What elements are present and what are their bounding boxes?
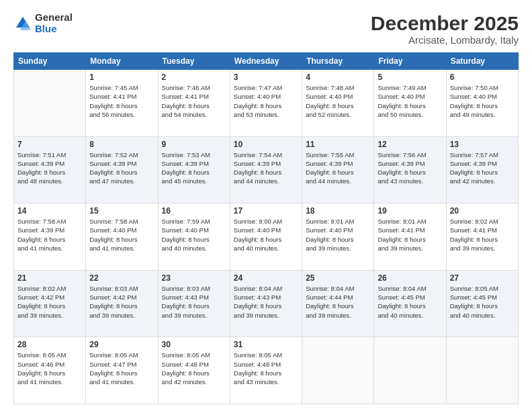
- table-row: 3Sunrise: 7:47 AMSunset: 4:40 PMDaylight…: [230, 70, 302, 137]
- day-info: Sunrise: 8:05 AMSunset: 4:45 PMDaylight:…: [450, 284, 515, 320]
- logo-general: General: [35, 12, 73, 24]
- table-row: [302, 337, 374, 404]
- calendar-week-row: 28Sunrise: 8:05 AMSunset: 4:46 PMDayligh…: [14, 337, 519, 404]
- calendar-week-row: 7Sunrise: 7:51 AMSunset: 4:39 PMDaylight…: [14, 136, 519, 203]
- day-info: Sunrise: 8:01 AMSunset: 4:40 PMDaylight:…: [306, 217, 370, 253]
- day-number: 31: [234, 340, 298, 349]
- table-row: 26Sunrise: 8:04 AMSunset: 4:45 PMDayligh…: [374, 270, 446, 337]
- col-monday: Monday: [86, 53, 158, 70]
- day-info: Sunrise: 7:51 AMSunset: 4:39 PMDaylight:…: [17, 150, 82, 186]
- day-info: Sunrise: 8:05 AMSunset: 4:47 PMDaylight:…: [89, 351, 154, 386]
- day-info: Sunrise: 7:48 AMSunset: 4:40 PMDaylight:…: [306, 83, 370, 119]
- day-number: 23: [162, 273, 226, 283]
- day-number: 30: [162, 340, 226, 349]
- table-row: 16Sunrise: 7:59 AMSunset: 4:40 PMDayligh…: [158, 203, 230, 271]
- col-thursday: Thursday: [302, 53, 374, 70]
- table-row: 30Sunrise: 8:05 AMSunset: 4:48 PMDayligh…: [158, 337, 230, 404]
- col-saturday: Saturday: [446, 53, 518, 70]
- table-row: 9Sunrise: 7:53 AMSunset: 4:39 PMDaylight…: [158, 136, 230, 203]
- day-number: 9: [162, 140, 226, 149]
- day-info: Sunrise: 7:55 AMSunset: 4:39 PMDaylight:…: [306, 150, 370, 186]
- day-number: 20: [450, 206, 515, 216]
- day-info: Sunrise: 8:04 AMSunset: 4:43 PMDaylight:…: [234, 284, 298, 320]
- day-info: Sunrise: 7:52 AMSunset: 4:39 PMDaylight:…: [89, 150, 154, 186]
- table-row: 17Sunrise: 8:00 AMSunset: 4:40 PMDayligh…: [230, 203, 302, 271]
- table-row: 2Sunrise: 7:46 AMSunset: 4:41 PMDaylight…: [158, 70, 230, 137]
- table-row: 14Sunrise: 7:58 AMSunset: 4:39 PMDayligh…: [14, 203, 86, 271]
- table-row: 25Sunrise: 8:04 AMSunset: 4:44 PMDayligh…: [302, 270, 374, 337]
- table-row: 21Sunrise: 8:02 AMSunset: 4:42 PMDayligh…: [14, 270, 86, 337]
- day-info: Sunrise: 7:47 AMSunset: 4:40 PMDaylight:…: [234, 83, 298, 119]
- day-info: Sunrise: 8:05 AMSunset: 4:48 PMDaylight:…: [234, 351, 298, 386]
- table-row: 22Sunrise: 8:03 AMSunset: 4:42 PMDayligh…: [86, 270, 158, 337]
- day-info: Sunrise: 8:03 AMSunset: 4:42 PMDaylight:…: [89, 284, 154, 320]
- day-info: Sunrise: 8:00 AMSunset: 4:40 PMDaylight:…: [234, 217, 298, 253]
- day-number: 10: [234, 140, 298, 149]
- table-row: 18Sunrise: 8:01 AMSunset: 4:40 PMDayligh…: [302, 203, 374, 271]
- table-row: 13Sunrise: 7:57 AMSunset: 4:39 PMDayligh…: [446, 136, 518, 203]
- calendar-title: December 2025: [371, 12, 519, 34]
- day-number: 13: [450, 140, 515, 149]
- day-info: Sunrise: 8:05 AMSunset: 4:46 PMDaylight:…: [17, 351, 82, 386]
- day-info: Sunrise: 8:04 AMSunset: 4:45 PMDaylight:…: [378, 284, 442, 320]
- logo-blue: Blue: [35, 24, 73, 35]
- day-number: 26: [378, 273, 442, 283]
- calendar-week-row: 21Sunrise: 8:02 AMSunset: 4:42 PMDayligh…: [14, 270, 519, 337]
- day-info: Sunrise: 7:56 AMSunset: 4:39 PMDaylight:…: [378, 150, 442, 186]
- day-info: Sunrise: 7:50 AMSunset: 4:40 PMDaylight:…: [450, 83, 515, 119]
- table-row: 23Sunrise: 8:03 AMSunset: 4:43 PMDayligh…: [158, 270, 230, 337]
- calendar-header-row: Sunday Monday Tuesday Wednesday Thursday…: [14, 53, 519, 70]
- logo-icon: [13, 14, 32, 33]
- table-row: 29Sunrise: 8:05 AMSunset: 4:47 PMDayligh…: [86, 337, 158, 404]
- table-row: 7Sunrise: 7:51 AMSunset: 4:39 PMDaylight…: [14, 136, 86, 203]
- logo: General Blue: [13, 12, 73, 34]
- day-number: 5: [378, 73, 442, 82]
- logo-text: General Blue: [35, 12, 73, 34]
- table-row: [374, 337, 446, 404]
- day-info: Sunrise: 8:03 AMSunset: 4:43 PMDaylight:…: [162, 284, 226, 320]
- table-row: 28Sunrise: 8:05 AMSunset: 4:46 PMDayligh…: [14, 337, 86, 404]
- day-number: 25: [306, 273, 370, 283]
- day-info: Sunrise: 7:54 AMSunset: 4:39 PMDaylight:…: [234, 150, 298, 186]
- table-row: 31Sunrise: 8:05 AMSunset: 4:48 PMDayligh…: [230, 337, 302, 404]
- day-info: Sunrise: 8:05 AMSunset: 4:48 PMDaylight:…: [162, 351, 226, 386]
- table-row: 24Sunrise: 8:04 AMSunset: 4:43 PMDayligh…: [230, 270, 302, 337]
- day-info: Sunrise: 7:58 AMSunset: 4:40 PMDaylight:…: [89, 217, 154, 253]
- day-info: Sunrise: 7:45 AMSunset: 4:41 PMDaylight:…: [89, 83, 154, 119]
- day-info: Sunrise: 7:58 AMSunset: 4:39 PMDaylight:…: [17, 217, 82, 253]
- col-tuesday: Tuesday: [158, 53, 230, 70]
- col-friday: Friday: [374, 53, 446, 70]
- day-number: 12: [378, 140, 442, 149]
- day-info: Sunrise: 8:02 AMSunset: 4:41 PMDaylight:…: [450, 217, 515, 253]
- table-row: 5Sunrise: 7:49 AMSunset: 4:40 PMDaylight…: [374, 70, 446, 137]
- day-number: 18: [306, 206, 370, 216]
- table-row: [14, 70, 86, 137]
- table-row: [446, 337, 518, 404]
- day-number: 3: [234, 73, 298, 82]
- calendar-week-row: 14Sunrise: 7:58 AMSunset: 4:39 PMDayligh…: [14, 203, 519, 271]
- calendar-week-row: 1Sunrise: 7:45 AMSunset: 4:41 PMDaylight…: [14, 70, 519, 137]
- day-info: Sunrise: 7:49 AMSunset: 4:40 PMDaylight:…: [378, 83, 442, 119]
- day-number: 6: [450, 73, 515, 82]
- table-row: 10Sunrise: 7:54 AMSunset: 4:39 PMDayligh…: [230, 136, 302, 203]
- table-row: 6Sunrise: 7:50 AMSunset: 4:40 PMDaylight…: [446, 70, 518, 137]
- day-info: Sunrise: 8:02 AMSunset: 4:42 PMDaylight:…: [17, 284, 82, 320]
- calendar-subtitle: Arcisate, Lombardy, Italy: [371, 34, 519, 46]
- page: General Blue December 2025 Arcisate, Lom…: [0, 0, 532, 411]
- table-row: 8Sunrise: 7:52 AMSunset: 4:39 PMDaylight…: [86, 136, 158, 203]
- table-row: 12Sunrise: 7:56 AMSunset: 4:39 PMDayligh…: [374, 136, 446, 203]
- day-number: 19: [378, 206, 442, 216]
- table-row: 1Sunrise: 7:45 AMSunset: 4:41 PMDaylight…: [86, 70, 158, 137]
- col-wednesday: Wednesday: [230, 53, 302, 70]
- table-row: 19Sunrise: 8:01 AMSunset: 4:41 PMDayligh…: [374, 203, 446, 271]
- day-number: 29: [89, 340, 154, 349]
- day-number: 15: [89, 206, 154, 216]
- table-row: 15Sunrise: 7:58 AMSunset: 4:40 PMDayligh…: [86, 203, 158, 271]
- title-block: December 2025 Arcisate, Lombardy, Italy: [371, 12, 519, 46]
- day-info: Sunrise: 7:46 AMSunset: 4:41 PMDaylight:…: [162, 83, 226, 119]
- day-number: 28: [17, 340, 82, 349]
- day-info: Sunrise: 7:57 AMSunset: 4:39 PMDaylight:…: [450, 150, 515, 186]
- day-number: 17: [234, 206, 298, 216]
- table-row: 20Sunrise: 8:02 AMSunset: 4:41 PMDayligh…: [446, 203, 518, 271]
- day-number: 11: [306, 140, 370, 149]
